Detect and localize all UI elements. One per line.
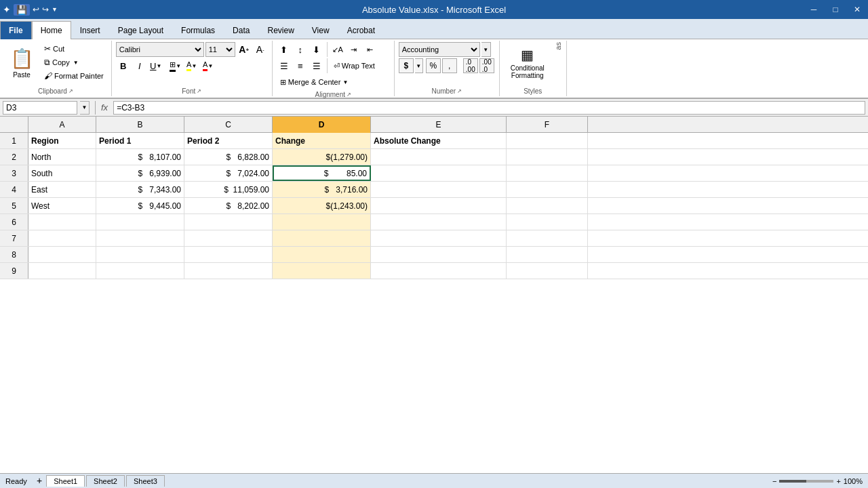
cell-e9[interactable] bbox=[371, 263, 507, 279]
increase-decimal-button[interactable]: .0.00 bbox=[463, 58, 478, 73]
cell-f5[interactable] bbox=[507, 198, 588, 214]
cell-c9[interactable] bbox=[184, 263, 273, 279]
sheet-tab-1[interactable]: Sheet1 bbox=[46, 475, 85, 487]
cell-e1[interactable]: Absolute Change bbox=[371, 133, 507, 148]
undo-icon[interactable]: ↩ bbox=[33, 5, 39, 14]
cell-a7[interactable] bbox=[28, 230, 96, 246]
cell-f1[interactable] bbox=[507, 133, 588, 148]
cell-e5[interactable] bbox=[371, 198, 507, 214]
name-box[interactable]: D3 bbox=[3, 101, 77, 115]
clipboard-expand-icon[interactable]: ↗ bbox=[68, 88, 73, 94]
cell-b1[interactable]: Period 1 bbox=[96, 133, 184, 148]
col-header-f[interactable]: F bbox=[507, 117, 588, 133]
cut-button[interactable]: ✂ Cut bbox=[41, 42, 107, 56]
cell-f6[interactable] bbox=[507, 214, 588, 230]
dollar-dropdown[interactable]: ▼ bbox=[415, 58, 423, 73]
fill-dropdown[interactable]: ▼ bbox=[191, 63, 197, 69]
bold-button[interactable]: B bbox=[116, 58, 131, 73]
align-top-button[interactable]: ⬆ bbox=[277, 42, 292, 57]
zoom-in-button[interactable]: + bbox=[836, 477, 840, 485]
cell-c5[interactable]: $ 8,202.00 bbox=[184, 198, 273, 214]
cell-b3[interactable]: $ 6,939.00 bbox=[96, 165, 184, 181]
cell-f9[interactable] bbox=[507, 263, 588, 279]
cell-d9[interactable] bbox=[273, 263, 371, 279]
underline-dropdown[interactable]: ▼ bbox=[156, 63, 161, 69]
cell-b9[interactable] bbox=[96, 263, 184, 279]
cell-d2[interactable]: $(1,279.00) bbox=[273, 149, 371, 165]
zoom-out-button[interactable]: − bbox=[772, 477, 776, 485]
paste-button[interactable]: 📋 Paste bbox=[4, 42, 39, 84]
merge-center-button[interactable]: ⊞ Merge & Center ▼ bbox=[277, 75, 352, 89]
tab-file[interactable]: File bbox=[0, 21, 32, 39]
add-sheet-icon[interactable]: + bbox=[34, 475, 45, 486]
decrease-decimal-button[interactable]: .00.0 bbox=[479, 58, 494, 73]
tab-insert[interactable]: Insert bbox=[71, 21, 109, 39]
zoom-slider[interactable] bbox=[779, 480, 833, 483]
font-expand-icon[interactable]: ↗ bbox=[197, 88, 201, 94]
col-header-d[interactable]: D bbox=[273, 117, 371, 133]
cell-d8[interactable] bbox=[273, 247, 371, 262]
borders-dropdown[interactable]: ▼ bbox=[176, 63, 181, 69]
align-right-button[interactable]: ☰ bbox=[309, 58, 324, 73]
grow-font-button[interactable]: A+ bbox=[237, 42, 252, 57]
col-header-a[interactable]: A bbox=[28, 117, 96, 133]
align-middle-button[interactable]: ↕ bbox=[293, 42, 308, 57]
col-header-c[interactable]: C bbox=[184, 117, 273, 133]
row-header-9[interactable]: 9 bbox=[0, 263, 28, 279]
tab-view[interactable]: View bbox=[303, 21, 338, 39]
cell-d7[interactable] bbox=[273, 230, 371, 246]
cell-d6[interactable] bbox=[273, 214, 371, 230]
conditional-formatting-button[interactable]: ▦ Conditional Formatting bbox=[504, 42, 551, 84]
cell-d1[interactable]: Change bbox=[273, 133, 371, 148]
cell-c6[interactable] bbox=[184, 214, 273, 230]
sheet-tab-3[interactable]: Sheet3 bbox=[126, 475, 165, 487]
cell-c8[interactable] bbox=[184, 247, 273, 262]
cell-a5[interactable]: West bbox=[28, 198, 96, 214]
row-header-3[interactable]: 3 bbox=[0, 165, 28, 181]
cell-e3[interactable] bbox=[371, 165, 507, 181]
cell-e8[interactable] bbox=[371, 247, 507, 262]
cell-b7[interactable] bbox=[96, 230, 184, 246]
name-box-dropdown[interactable]: ▼ bbox=[80, 101, 90, 115]
cell-c2[interactable]: $ 6,828.00 bbox=[184, 149, 273, 165]
tab-review[interactable]: Review bbox=[258, 21, 302, 39]
align-bottom-button[interactable]: ⬇ bbox=[309, 42, 324, 57]
cell-a8[interactable] bbox=[28, 247, 96, 262]
wrap-text-button[interactable]: ⏎ Wrap Text bbox=[330, 58, 378, 73]
format-painter-button[interactable]: 🖌 Format Painter bbox=[41, 69, 107, 83]
tab-data[interactable]: Data bbox=[224, 21, 258, 39]
cell-b6[interactable] bbox=[96, 214, 184, 230]
cell-a1[interactable]: Region bbox=[28, 133, 96, 148]
cell-d5[interactable]: $(1,243.00) bbox=[273, 198, 371, 214]
formula-input[interactable] bbox=[113, 101, 865, 115]
save-icon[interactable]: 💾 bbox=[14, 4, 30, 16]
fill-color-button[interactable]: A ▼ bbox=[184, 58, 199, 73]
row-header-5[interactable]: 5 bbox=[0, 198, 28, 214]
maximize-button[interactable]: □ bbox=[825, 0, 846, 19]
cell-e6[interactable] bbox=[371, 214, 507, 230]
percent-button[interactable]: % bbox=[426, 58, 441, 73]
borders-button[interactable]: ⊞ ▼ bbox=[168, 58, 183, 73]
cell-c7[interactable] bbox=[184, 230, 273, 246]
cell-c3[interactable]: $ 7,024.00 bbox=[184, 165, 273, 181]
text-direction-button[interactable]: ↙A bbox=[330, 42, 345, 57]
cell-a6[interactable] bbox=[28, 214, 96, 230]
cell-a4[interactable]: East bbox=[28, 182, 96, 197]
cell-d4[interactable]: $ 3,716.00 bbox=[273, 182, 371, 197]
align-left-button[interactable]: ☰ bbox=[277, 58, 292, 73]
row-header-4[interactable]: 4 bbox=[0, 182, 28, 197]
cell-f4[interactable] bbox=[507, 182, 588, 197]
corner-cell[interactable] bbox=[0, 117, 28, 132]
font-color-button[interactable]: A ▼ bbox=[201, 58, 216, 73]
cell-b4[interactable]: $ 7,343.00 bbox=[96, 182, 184, 197]
col-header-e[interactable]: E bbox=[371, 117, 507, 133]
underline-button[interactable]: U ▼ bbox=[149, 58, 163, 73]
tab-acrobat[interactable]: Acrobat bbox=[338, 21, 384, 39]
number-expand-icon[interactable]: ↗ bbox=[457, 88, 462, 94]
cell-f2[interactable] bbox=[507, 149, 588, 165]
font-name-select[interactable]: Calibri bbox=[116, 42, 204, 57]
cell-d3[interactable]: $ 85.00 bbox=[273, 165, 371, 181]
italic-button[interactable]: I bbox=[132, 58, 147, 73]
number-format-dropdown[interactable]: ▼ bbox=[481, 42, 491, 57]
col-header-b[interactable]: B bbox=[96, 117, 184, 133]
